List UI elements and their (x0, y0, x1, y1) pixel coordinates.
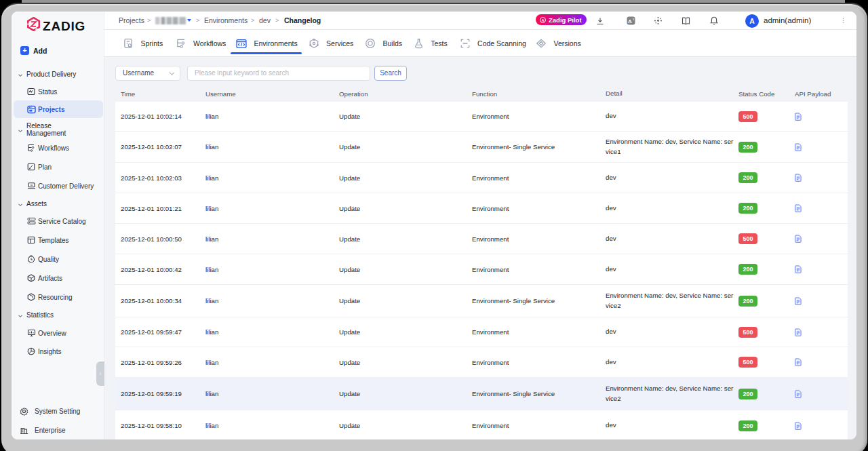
svg-text:A: A (628, 18, 632, 24)
